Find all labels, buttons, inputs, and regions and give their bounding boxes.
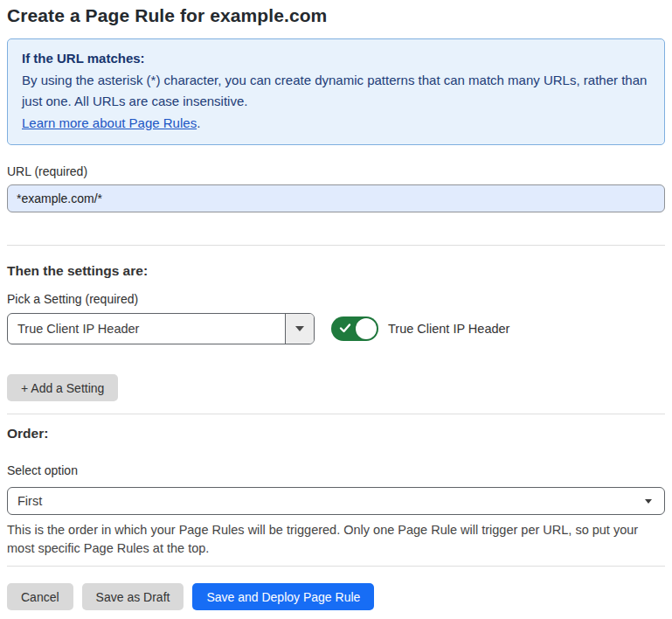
- info-box-link-line: Learn more about Page Rules.: [22, 113, 650, 135]
- setting-select-label: Pick a Setting (required): [7, 292, 665, 306]
- order-section-heading: Order:: [7, 426, 665, 442]
- true-client-ip-toggle[interactable]: [331, 316, 378, 341]
- chevron-down-icon: [285, 314, 314, 344]
- url-field-label: URL (required): [7, 164, 665, 178]
- divider: [7, 245, 665, 246]
- url-match-info-box: If the URL matches: By using the asteris…: [7, 38, 665, 145]
- add-setting-button[interactable]: + Add a Setting: [7, 374, 118, 401]
- setting-select[interactable]: True Client IP Header: [7, 313, 315, 344]
- setting-select-value: True Client IP Header: [8, 314, 285, 344]
- save-as-draft-button[interactable]: Save as Draft: [82, 583, 184, 610]
- toggle-knob: [356, 318, 377, 339]
- info-box-body: By using the asterisk (*) character, you…: [22, 70, 650, 113]
- order-select-label: Select option: [7, 463, 665, 477]
- divider: [7, 566, 665, 567]
- info-box-heading: If the URL matches:: [22, 48, 650, 70]
- link-period: .: [197, 115, 200, 130]
- toggle-label: True Client IP Header: [388, 322, 509, 336]
- setting-row: True Client IP Header True Client IP Hea…: [7, 313, 665, 344]
- learn-more-link[interactable]: Learn more about Page Rules: [22, 115, 197, 130]
- divider: [7, 414, 665, 414]
- chevron-down-icon: [645, 499, 652, 504]
- page-title: Create a Page Rule for example.com: [7, 5, 665, 26]
- order-help-text: This is the order in which your Page Rul…: [7, 521, 665, 558]
- save-and-deploy-button[interactable]: Save and Deploy Page Rule: [192, 583, 374, 610]
- check-icon: [339, 322, 351, 334]
- order-select[interactable]: First: [7, 487, 665, 515]
- order-select-value: First: [17, 494, 645, 508]
- settings-section-heading: Then the settings are:: [7, 263, 665, 279]
- footer-actions: Cancel Save as Draft Save and Deploy Pag…: [7, 583, 665, 610]
- cancel-button[interactable]: Cancel: [7, 583, 73, 610]
- url-input[interactable]: [7, 184, 665, 212]
